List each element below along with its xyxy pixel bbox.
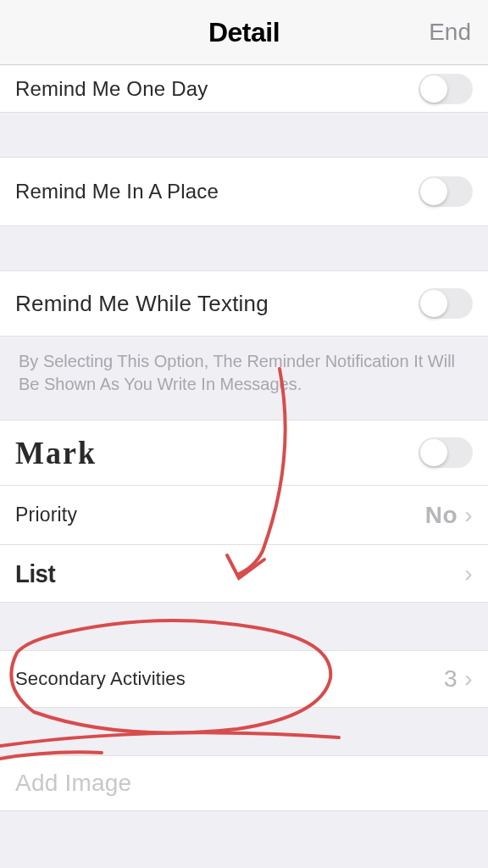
remind-one-day-toggle[interactable] [419,74,473,104]
secondary-count: 3 [444,665,458,693]
list-chevron: › [464,560,473,587]
priority-label: Priority [15,504,77,526]
spacer [0,708,488,755]
spacer [0,113,488,157]
chevron-icon: › [464,502,473,529]
secondary-activities-label: Secondary Activities [15,668,186,690]
secondary-activities-row[interactable]: Secondary Activities 3 › [0,650,488,708]
list-label: List [15,559,55,588]
priority-value-text: No [425,502,458,529]
remind-texting-label: Remind Me While Texting [15,291,269,317]
list-row[interactable]: List › [0,545,488,603]
spacer [0,603,488,650]
mark-label: Mark [15,434,97,471]
chevron-icon: › [464,665,473,693]
mark-row[interactable]: Mark [0,420,488,486]
page-title: Detail [208,17,280,48]
remind-place-row[interactable]: Remind Me In A Place [0,157,488,226]
add-image-row[interactable]: Add Image [0,755,488,811]
chevron-icon: › [464,560,473,587]
remind-texting-toggle[interactable] [419,288,473,319]
spacer [0,226,488,270]
remind-place-toggle[interactable] [419,176,473,207]
remind-texting-row[interactable]: Remind Me While Texting [0,270,488,337]
mark-toggle[interactable] [419,437,473,468]
priority-value: No › [425,502,473,529]
end-button[interactable]: End [429,19,471,46]
priority-row[interactable]: Priority No › [0,486,488,545]
add-image-label: Add Image [15,770,131,797]
secondary-activities-value: 3 › [444,665,473,693]
remind-one-day-label: Remind Me One Day [15,77,208,101]
remind-place-label: Remind Me In A Place [15,180,219,203]
remind-one-day-row[interactable]: Remind Me One Day [0,65,488,113]
header: Detail End [0,0,488,65]
texting-note: By Selecting This Option, The Reminder N… [0,337,488,420]
